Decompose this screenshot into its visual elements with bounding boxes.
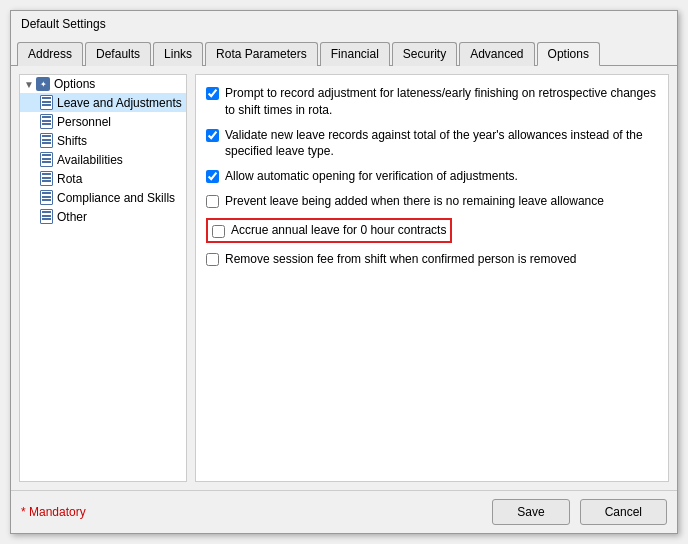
tabs-bar: AddressDefaultsLinksRota ParametersFinan…: [11, 37, 677, 66]
sidebar-item-label: Availabilities: [57, 153, 123, 167]
expand-icon: ▼: [24, 79, 36, 90]
tab-financial[interactable]: Financial: [320, 42, 390, 66]
checkbox-cb1[interactable]: [206, 87, 219, 100]
checkbox-label-cb1: Prompt to record adjustment for lateness…: [225, 85, 658, 119]
doc-icon: [40, 133, 53, 148]
checkbox-row-cb6: Remove session fee from shift when confi…: [206, 251, 658, 268]
checkbox-row-cb5: Accrue annual leave for 0 hour contracts: [206, 218, 658, 243]
checkbox-row-cb3: Allow automatic opening for verification…: [206, 168, 658, 185]
checkbox-label-cb3: Allow automatic opening for verification…: [225, 168, 518, 185]
save-button[interactable]: Save: [492, 499, 569, 525]
checkbox-label-cb6: Remove session fee from shift when confi…: [225, 251, 577, 268]
sidebar-item-compliance-and-skills[interactable]: Compliance and Skills: [20, 188, 186, 207]
sidebar-item-personnel[interactable]: Personnel: [20, 112, 186, 131]
sidebar-item-label: Options: [54, 77, 95, 91]
sidebar-item-label: Rota: [57, 172, 82, 186]
doc-icon: [40, 209, 53, 224]
sidebar-item-rota[interactable]: Rota: [20, 169, 186, 188]
doc-icon: [40, 171, 53, 186]
tab-rota-parameters[interactable]: Rota Parameters: [205, 42, 318, 66]
content-area: ▼OptionsLeave and AdjustmentsPersonnelSh…: [11, 66, 677, 490]
cancel-button[interactable]: Cancel: [580, 499, 667, 525]
footer: * Mandatory Save Cancel: [11, 490, 677, 533]
checkbox-cb3[interactable]: [206, 170, 219, 183]
checkbox-row-cb2: Validate new leave records against total…: [206, 127, 658, 161]
tab-security[interactable]: Security: [392, 42, 457, 66]
checkbox-label-cb4: Prevent leave being added when there is …: [225, 193, 604, 210]
doc-icon: [40, 190, 53, 205]
doc-icon: [40, 152, 53, 167]
dialog-title: Default Settings: [11, 11, 677, 37]
sidebar-item-label: Shifts: [57, 134, 87, 148]
checkbox-cb5[interactable]: [212, 225, 225, 238]
mandatory-label: * Mandatory: [21, 505, 492, 519]
tab-advanced[interactable]: Advanced: [459, 42, 534, 66]
footer-buttons: Save Cancel: [492, 499, 667, 525]
tab-links[interactable]: Links: [153, 42, 203, 66]
checkbox-cb4[interactable]: [206, 195, 219, 208]
tab-options[interactable]: Options: [537, 42, 600, 66]
tab-defaults[interactable]: Defaults: [85, 42, 151, 66]
sidebar-item-label: Compliance and Skills: [57, 191, 175, 205]
sidebar-item-label: Other: [57, 210, 87, 224]
sidebar: ▼OptionsLeave and AdjustmentsPersonnelSh…: [19, 74, 187, 482]
checkbox-label-cb5: Accrue annual leave for 0 hour contracts: [231, 222, 446, 239]
highlighted-checkbox-row: Accrue annual leave for 0 hour contracts: [206, 218, 452, 243]
sidebar-item-label: Leave and Adjustments: [57, 96, 182, 110]
sidebar-item-label: Personnel: [57, 115, 111, 129]
checkbox-label-cb2: Validate new leave records against total…: [225, 127, 658, 161]
sidebar-item-availabilities[interactable]: Availabilities: [20, 150, 186, 169]
checkbox-cb6[interactable]: [206, 253, 219, 266]
doc-icon: [40, 114, 53, 129]
sidebar-item-other[interactable]: Other: [20, 207, 186, 226]
sidebar-item-shifts[interactable]: Shifts: [20, 131, 186, 150]
dialog: Default Settings AddressDefaultsLinksRot…: [10, 10, 678, 534]
sidebar-item-leave-and-adjustments[interactable]: Leave and Adjustments: [20, 93, 186, 112]
tab-address[interactable]: Address: [17, 42, 83, 66]
doc-icon: [40, 95, 53, 110]
checkbox-row-cb4: Prevent leave being added when there is …: [206, 193, 658, 210]
options-icon: [36, 77, 50, 91]
sidebar-item-options[interactable]: ▼Options: [20, 75, 186, 93]
checkbox-row-cb1: Prompt to record adjustment for lateness…: [206, 85, 658, 119]
main-panel: Prompt to record adjustment for lateness…: [195, 74, 669, 482]
checkbox-cb2[interactable]: [206, 129, 219, 142]
